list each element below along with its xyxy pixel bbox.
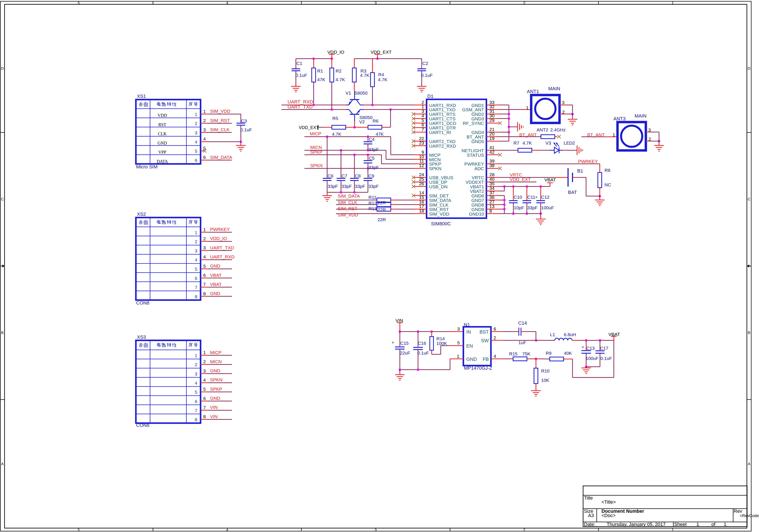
svg-text:5: 5 bbox=[195, 266, 197, 272]
svg-text:5: 5 bbox=[78, 1, 80, 5]
svg-text:7: 7 bbox=[195, 408, 197, 413]
svg-text:0.1uF: 0.1uF bbox=[240, 127, 252, 132]
svg-text:C: C bbox=[748, 197, 750, 201]
svg-text:R12: R12 bbox=[369, 201, 377, 206]
svg-text:1: 1 bbox=[724, 522, 726, 527]
svg-text:4.7K: 4.7K bbox=[378, 77, 387, 82]
svg-text:33pF: 33pF bbox=[369, 147, 379, 152]
svg-text:1: 1 bbox=[203, 109, 206, 114]
svg-text:22: 22 bbox=[419, 136, 424, 141]
svg-text:1: 1 bbox=[195, 353, 197, 358]
svg-text:+: + bbox=[392, 340, 394, 345]
svg-text:8: 8 bbox=[203, 414, 206, 419]
svg-text:6: 6 bbox=[195, 276, 197, 281]
svg-text:RST: RST bbox=[158, 122, 166, 127]
svg-text:7: 7 bbox=[203, 282, 206, 287]
svg-text:6: 6 bbox=[203, 396, 206, 401]
svg-text:1: 1 bbox=[526, 105, 529, 110]
svg-text:GND10: GND10 bbox=[469, 212, 484, 217]
svg-text:SIM_RST: SIM_RST bbox=[338, 206, 357, 211]
svg-text:4: 4 bbox=[195, 257, 197, 262]
svg-text:R1: R1 bbox=[317, 68, 323, 73]
svg-text:5: 5 bbox=[421, 118, 424, 123]
svg-text:42: 42 bbox=[489, 149, 495, 154]
svg-text:of: of bbox=[711, 522, 715, 527]
svg-text:GND: GND bbox=[210, 291, 220, 296]
svg-text:C11: C11 bbox=[527, 194, 535, 200]
svg-text:UART_RXD: UART_RXD bbox=[288, 99, 313, 104]
svg-text:IN: IN bbox=[466, 329, 471, 335]
svg-text:GND8: GND8 bbox=[471, 202, 484, 207]
svg-text:2: 2 bbox=[562, 109, 565, 114]
svg-text:5: 5 bbox=[457, 340, 460, 345]
svg-text:33pF: 33pF bbox=[355, 184, 365, 189]
svg-text:XS3: XS3 bbox=[137, 334, 146, 340]
svg-text:MICP: MICP bbox=[310, 131, 321, 136]
svg-text:3: 3 bbox=[203, 127, 206, 132]
svg-text:10pF: 10pF bbox=[514, 205, 524, 210]
svg-text:30: 30 bbox=[489, 113, 495, 118]
svg-text:Title: Title bbox=[584, 495, 593, 501]
svg-text:4.7K: 4.7K bbox=[332, 132, 341, 137]
svg-text:CON8: CON8 bbox=[136, 300, 149, 306]
svg-text:VDD_EXT: VDD_EXT bbox=[371, 50, 392, 55]
svg-text:ANT1: ANT1 bbox=[527, 89, 539, 94]
svg-text:GND1: GND1 bbox=[471, 103, 484, 108]
svg-text:33: 33 bbox=[489, 100, 495, 105]
svg-text:SPKN: SPKN bbox=[210, 377, 222, 382]
svg-text:MICN: MICN bbox=[210, 359, 222, 364]
svg-text:SIM_RST: SIM_RST bbox=[210, 118, 230, 123]
svg-text:2: 2 bbox=[523, 1, 525, 5]
svg-text:GND7: GND7 bbox=[471, 198, 484, 203]
svg-text:C9: C9 bbox=[369, 173, 374, 178]
svg-text:SIM800C: SIM800C bbox=[431, 221, 451, 226]
svg-text:4: 4 bbox=[494, 354, 496, 359]
svg-text:7: 7 bbox=[421, 127, 424, 132]
svg-text:GND2: GND2 bbox=[471, 112, 484, 117]
svg-text:R14: R14 bbox=[436, 336, 445, 341]
svg-text:GND: GND bbox=[210, 264, 220, 268]
svg-text:4.7K: 4.7K bbox=[523, 141, 532, 145]
svg-text:PWRKEY: PWRKEY bbox=[464, 161, 484, 166]
svg-text:SW: SW bbox=[481, 338, 489, 343]
svg-text:CLK: CLK bbox=[158, 131, 167, 136]
svg-text:20: 20 bbox=[489, 131, 495, 136]
svg-text:4: 4 bbox=[226, 528, 228, 532]
svg-text:V3: V3 bbox=[545, 141, 551, 145]
svg-text:GND: GND bbox=[210, 368, 220, 373]
svg-text:B: B bbox=[748, 331, 750, 335]
svg-text:7: 7 bbox=[203, 405, 206, 410]
svg-text:33pF: 33pF bbox=[341, 184, 352, 189]
svg-text:R5: R5 bbox=[332, 116, 338, 121]
svg-text:6: 6 bbox=[195, 399, 197, 404]
svg-text:75K: 75K bbox=[522, 351, 530, 356]
svg-text:100uF: 100uF bbox=[541, 205, 554, 210]
svg-text:5: 5 bbox=[78, 528, 80, 532]
svg-text:2: 2 bbox=[203, 118, 206, 123]
svg-text:C6: C6 bbox=[328, 173, 334, 178]
svg-text:N1: N1 bbox=[464, 322, 470, 327]
svg-text:17: 17 bbox=[419, 204, 424, 209]
svg-text:C1: C1 bbox=[297, 61, 302, 66]
svg-text:41: 41 bbox=[489, 145, 495, 150]
svg-text:UART1_RI: UART1_RI bbox=[429, 130, 451, 135]
svg-text:NC: NC bbox=[605, 182, 611, 187]
svg-text:33pF: 33pF bbox=[369, 184, 379, 189]
svg-text:FB: FB bbox=[483, 356, 489, 362]
svg-text:C8: C8 bbox=[355, 173, 361, 178]
svg-text:R4: R4 bbox=[378, 72, 384, 77]
svg-text:GND3: GND3 bbox=[471, 116, 484, 121]
svg-text:SIM_CLK: SIM_CLK bbox=[210, 127, 229, 132]
svg-text:UART_TXD: UART_TXD bbox=[288, 104, 313, 109]
svg-text:A: A bbox=[748, 462, 750, 466]
svg-text:5: 5 bbox=[203, 146, 206, 151]
svg-text:100K: 100K bbox=[436, 341, 447, 346]
svg-text:31: 31 bbox=[489, 109, 495, 114]
svg-text:1: 1 bbox=[203, 227, 206, 232]
svg-text:BST: BST bbox=[479, 329, 489, 335]
svg-text:MAIN: MAIN bbox=[635, 113, 647, 119]
svg-text:1: 1 bbox=[697, 522, 699, 527]
svg-text:V2: V2 bbox=[359, 119, 365, 124]
svg-text:EN: EN bbox=[466, 343, 473, 349]
svg-text:UART_RXD: UART_RXD bbox=[210, 254, 234, 260]
